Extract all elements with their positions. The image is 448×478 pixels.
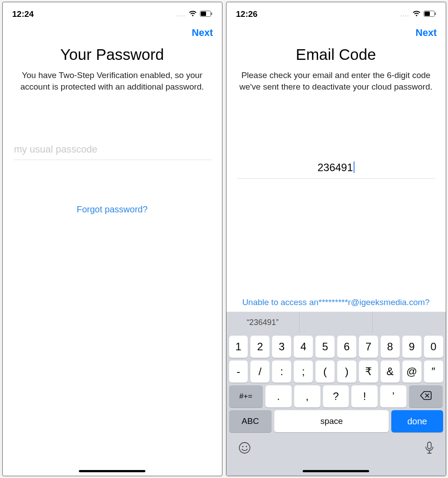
page-title: Email Code [226, 46, 446, 63]
key-period[interactable]: . [265, 385, 292, 407]
screen-password: 12:24 .... Next Your Password You have T… [2, 2, 222, 476]
status-right: .... [177, 9, 212, 19]
page-title: Your Password [3, 46, 222, 63]
battery-icon [424, 9, 436, 19]
wifi-icon [188, 9, 197, 19]
signal-dots-icon: .... [177, 11, 186, 18]
keyboard-suggestion-empty[interactable] [300, 312, 373, 333]
key-comma[interactable]: , [294, 385, 320, 407]
mic-icon[interactable] [425, 441, 434, 454]
forgot-password-link[interactable]: Forgot password? [3, 204, 222, 215]
keyboard-row-1: 1 2 3 4 5 6 7 8 9 0 [226, 333, 446, 358]
emoji-icon[interactable] [238, 441, 251, 454]
key-space[interactable]: space [274, 410, 389, 432]
code-field-wrap[interactable]: 236491 [237, 159, 435, 179]
key-dash[interactable]: - [229, 360, 248, 383]
key-apostrophe[interactable]: ’ [380, 385, 406, 407]
page-subtitle: You have Two-Step Verification enabled, … [3, 63, 222, 92]
key-ampersand[interactable]: & [381, 360, 400, 383]
key-at[interactable]: @ [402, 360, 421, 383]
key-lparen[interactable]: ( [316, 360, 335, 383]
next-button[interactable]: Next [416, 27, 437, 39]
key-3[interactable]: 3 [272, 336, 291, 358]
svg-point-6 [239, 443, 250, 453]
key-quote[interactable]: ″ [424, 360, 443, 383]
unable-access-link[interactable]: Unable to access an*********r@igeeksmedi… [226, 293, 446, 312]
svg-point-8 [245, 446, 247, 447]
key-8[interactable]: 8 [381, 336, 400, 358]
key-1[interactable]: 1 [229, 336, 248, 358]
key-backspace[interactable] [409, 385, 443, 407]
status-bar: 12:24 .... [3, 2, 222, 22]
svg-rect-1 [201, 12, 206, 16]
key-exclaim[interactable]: ! [351, 385, 378, 407]
next-button[interactable]: Next [192, 27, 213, 39]
nav-bar: Next [3, 22, 222, 44]
key-slash[interactable]: / [250, 360, 269, 383]
signal-dots-icon: .... [401, 11, 409, 18]
code-input[interactable]: 236491 [237, 159, 435, 178]
keyboard-suggestion-bar: “236491” [226, 312, 446, 333]
key-colon[interactable]: : [272, 360, 291, 383]
keyboard-suggestion[interactable]: “236491” [226, 312, 300, 333]
page-subtitle: Please check your email and enter the 6-… [226, 63, 446, 92]
home-indicator[interactable] [79, 470, 145, 472]
status-time: 12:26 [236, 9, 258, 19]
keyboard-row-2: - / : ; ( ) ₹ & @ ″ [226, 358, 446, 383]
home-indicator[interactable] [303, 470, 369, 472]
wifi-icon [412, 9, 421, 19]
keyboard-footer [226, 435, 446, 454]
svg-rect-4 [425, 12, 430, 16]
key-7[interactable]: 7 [359, 336, 378, 358]
key-semicolon[interactable]: ; [294, 360, 313, 383]
key-question[interactable]: ? [323, 385, 349, 407]
key-symbols-toggle[interactable]: #+= [229, 385, 263, 407]
svg-rect-5 [435, 12, 436, 15]
key-2[interactable]: 2 [250, 336, 269, 358]
key-6[interactable]: 6 [337, 336, 356, 358]
password-field-wrap [13, 141, 211, 160]
key-rupee[interactable]: ₹ [359, 360, 378, 383]
password-input[interactable] [13, 141, 211, 160]
key-4[interactable]: 4 [294, 336, 313, 358]
key-5[interactable]: 5 [316, 336, 335, 358]
keyboard-suggestion-empty[interactable] [373, 312, 445, 333]
svg-point-7 [242, 446, 243, 447]
key-abc-toggle[interactable]: ABC [229, 410, 272, 432]
key-rparen[interactable]: ) [337, 360, 356, 383]
svg-rect-9 [428, 442, 431, 449]
screen-email-code: 12:26 .... Next Email Code Please check … [226, 2, 446, 476]
keyboard-row-3: #+= . , ? ! ’ [226, 383, 446, 407]
keyboard-row-4: ABC space done [226, 407, 446, 435]
text-caret [354, 161, 355, 173]
nav-bar: Next [226, 22, 446, 44]
battery-icon [200, 9, 212, 19]
backspace-icon [420, 391, 432, 402]
code-value: 236491 [317, 161, 353, 173]
status-time: 12:24 [12, 9, 34, 19]
keyboard: “236491” 1 2 3 4 5 6 7 8 9 0 - / : ; [226, 312, 446, 476]
key-0[interactable]: 0 [424, 336, 443, 358]
status-right: .... [401, 9, 436, 19]
status-bar: 12:26 .... [226, 2, 446, 22]
key-done[interactable]: done [391, 410, 443, 432]
key-9[interactable]: 9 [402, 336, 421, 358]
svg-rect-2 [211, 12, 212, 15]
